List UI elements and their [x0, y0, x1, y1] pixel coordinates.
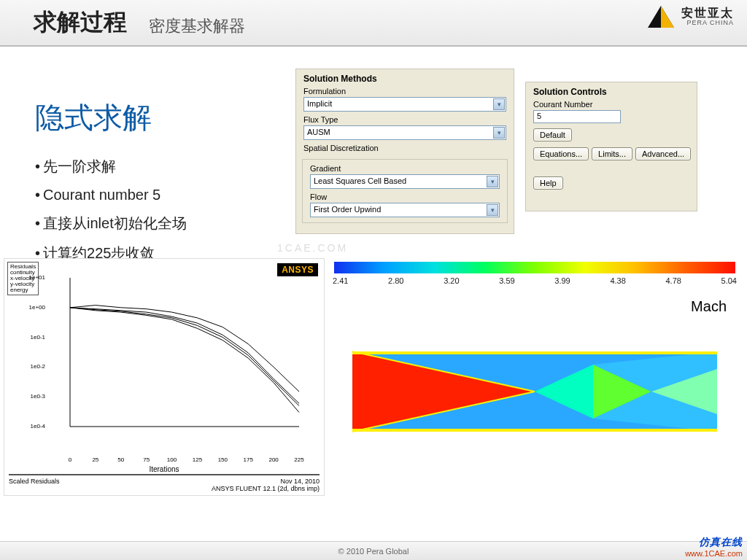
residual-footer-left: Scaled Residuals	[9, 478, 60, 492]
mach-flow-field	[345, 330, 724, 454]
chevron-down-icon: ▾	[487, 204, 498, 216]
residual-chart	[41, 273, 303, 448]
limits-button[interactable]: Limits...	[592, 147, 632, 160]
x-axis-label: Iterations	[4, 465, 324, 473]
flow-select[interactable]: First Order Upwind▾	[310, 203, 500, 217]
solution-methods-panel: Solution Methods Formulation Implicit▾ F…	[295, 69, 514, 234]
residual-plot: ANSYS Residualscontinuityx-velocityy-vel…	[4, 258, 325, 496]
colorbar	[334, 262, 735, 273]
bullet-item: 直接从inlet初始化全场	[35, 214, 283, 233]
footer: © 2010 Pera Global	[0, 541, 747, 560]
mach-contour: 2.412.803.203.593.994.384.785.04 Mach	[328, 262, 741, 502]
brand-logo: 安世亚太PERA CHINA	[646, 4, 734, 29]
courant-number-input[interactable]: 5	[533, 110, 621, 123]
chevron-down-icon: ▾	[493, 98, 505, 110]
flow-label: Flow	[303, 191, 507, 202]
copyright: © 2010 Pera Global	[338, 547, 409, 556]
logo-text-cn: 安世亚太	[681, 7, 734, 19]
advanced-button[interactable]: Advanced...	[635, 147, 691, 160]
logo-triangle-icon	[646, 4, 676, 29]
flux-type-select[interactable]: AUSM▾	[303, 125, 506, 140]
courant-number-label: Courant Number	[526, 98, 697, 109]
watermark-right: 仿真在线 www.1CAE.com	[685, 536, 743, 558]
section-heading: 隐式求解	[35, 98, 283, 138]
spatial-discretization-label: Spatial Discretization	[296, 142, 514, 153]
mach-label: Mach	[328, 298, 727, 315]
flux-type-label: Flux Type	[296, 114, 514, 125]
equations-button[interactable]: Equations...	[533, 147, 589, 160]
page-title: 求解过程	[34, 7, 127, 39]
title-bar: 求解过程 密度基求解器 安世亚太PERA CHINA	[0, 0, 747, 47]
gradient-select[interactable]: Least Squares Cell Based▾	[310, 174, 500, 189]
svg-rect-12	[352, 429, 717, 432]
logo-text-en: PERA CHINA	[681, 19, 734, 26]
chevron-down-icon: ▾	[487, 176, 498, 187]
svg-rect-11	[352, 351, 717, 354]
left-content: 隐式求解 先一阶求解 Courant number 5 直接从inlet初始化全…	[35, 98, 283, 273]
bullet-item: 先一阶求解	[35, 157, 283, 176]
watermark: 1CAE.COM	[277, 242, 348, 254]
solution-controls-panel: Solution Controls Courant Number 5 Defau…	[525, 82, 697, 211]
colorbar-ticks: 2.412.803.203.593.994.384.785.04	[333, 276, 737, 285]
spatial-discretization-group: Gradient Least Squares Cell Based▾ Flow …	[302, 159, 508, 223]
svg-marker-1	[661, 6, 674, 28]
residual-footer-version: ANSYS FLUENT 12.1 (2d, dbns imp)	[212, 485, 320, 492]
gradient-label: Gradient	[303, 163, 507, 174]
chevron-down-icon: ▾	[493, 127, 505, 139]
formulation-label: Formulation	[296, 85, 514, 96]
bullet-item: Courant number 5	[35, 187, 283, 203]
panel-title: Solution Controls	[526, 82, 697, 98]
page-subtitle: 密度基求解器	[149, 15, 245, 37]
default-button[interactable]: Default	[533, 128, 572, 141]
formulation-select[interactable]: Implicit▾	[303, 97, 506, 112]
help-button[interactable]: Help	[533, 176, 563, 190]
residual-footer-date: Nov 14, 2010	[280, 478, 320, 485]
panel-title: Solution Methods	[296, 69, 514, 85]
